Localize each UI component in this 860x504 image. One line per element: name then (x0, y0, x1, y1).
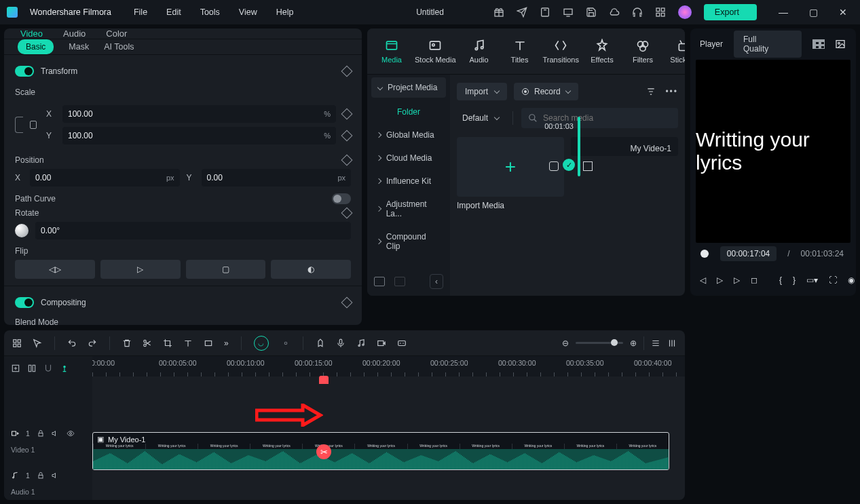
crop-icon[interactable] (163, 338, 172, 348)
fullscreen-preview-button[interactable]: ⛶ (829, 274, 837, 286)
device-icon[interactable] (540, 7, 550, 18)
rotate-input[interactable] (35, 222, 351, 239)
subtab-mask[interactable]: Mask (69, 42, 89, 52)
layout-grid-icon[interactable] (812, 39, 825, 49)
menu-help[interactable]: Help (276, 7, 294, 17)
sidebar-global-media[interactable]: Global Media (367, 123, 450, 147)
position-y-input[interactable]: px (202, 169, 352, 187)
menu-tools[interactable]: Tools (200, 7, 220, 17)
sidebar-adjustment-layer[interactable]: Adjustment La... (367, 193, 450, 225)
path-curve-toggle[interactable] (332, 193, 351, 204)
more-icon[interactable]: ••• (665, 87, 678, 96)
sort-dropdown[interactable]: Default (457, 109, 504, 127)
tab-audio-props[interactable]: Audio (63, 28, 86, 39)
snapshot-button[interactable]: ◉ (848, 274, 855, 286)
screen-icon[interactable] (563, 7, 574, 18)
tab-effects[interactable]: Effects (583, 36, 621, 66)
flip-vertical-button[interactable]: ▷ (100, 260, 181, 279)
scale-x-input[interactable]: % (62, 105, 336, 123)
close-button[interactable]: ✕ (833, 7, 853, 18)
tab-transitions[interactable]: Transitions (542, 36, 580, 66)
split-handle-icon[interactable]: ✂ (316, 444, 331, 459)
filter-icon[interactable] (646, 87, 656, 96)
keyframe-icon[interactable] (341, 297, 353, 309)
save-icon[interactable] (586, 7, 597, 18)
new-folder-icon[interactable] (374, 277, 385, 286)
speed-icon[interactable] (204, 338, 213, 348)
menu-view[interactable]: View (239, 7, 257, 17)
menu-edit[interactable]: Edit (166, 7, 181, 17)
video-preview[interactable]: Writting your lyrics (696, 60, 850, 243)
export-button[interactable]: Export (704, 4, 757, 20)
music-icon[interactable] (356, 338, 366, 348)
prev-frame-button[interactable]: ◁ (700, 274, 706, 286)
sidebar-folder[interactable]: Folder (367, 100, 450, 123)
menu-file[interactable]: File (134, 7, 147, 17)
time-ruler[interactable]: 0:00:0000:00:05:0000:00:10:0000:00:15:00… (92, 356, 685, 376)
sidebar-project-media[interactable]: Project Media (371, 77, 446, 98)
scale-y-input[interactable]: % (62, 127, 336, 144)
timeline-clip[interactable]: ▣My Video-1 Writting your lyricsWritting… (92, 432, 669, 470)
keyframe-icon[interactable] (341, 155, 353, 166)
ai-icon[interactable]: ◡ (254, 336, 269, 351)
fill-button[interactable]: ◐ (271, 260, 351, 279)
tab-color-props[interactable]: Color (106, 28, 127, 39)
zoom-out-button[interactable]: ⊖ (562, 338, 569, 348)
mic-icon[interactable] (336, 338, 345, 348)
sidebar-cloud-media[interactable]: Cloud Media (367, 147, 450, 170)
zoom-slider[interactable] (576, 342, 623, 344)
search-input[interactable] (543, 113, 671, 123)
record-dropdown[interactable]: Record (514, 83, 578, 100)
grid-icon[interactable] (655, 7, 666, 18)
play-button[interactable]: ▷ (734, 274, 740, 286)
redo-icon[interactable] (88, 338, 97, 348)
timeline-tracks[interactable]: 0:00:0000:00:05:0000:00:10:0000:00:15:00… (92, 356, 685, 500)
lock-icon[interactable] (30, 121, 37, 129)
sparkle-icon[interactable] (281, 338, 291, 348)
send-icon[interactable] (517, 7, 527, 18)
image-icon[interactable] (834, 39, 846, 50)
sidebar-influence-kit[interactable]: Influence Kit (367, 170, 450, 193)
lock-icon[interactable] (37, 471, 45, 480)
split-icon[interactable] (143, 338, 152, 348)
marker-icon[interactable] (316, 338, 325, 348)
add-track-icon[interactable] (11, 364, 20, 373)
keyframe-icon[interactable] (341, 109, 353, 120)
more-tools-icon[interactable]: » (224, 338, 229, 348)
lock-icon[interactable] (37, 429, 45, 438)
mute-icon[interactable] (52, 429, 60, 438)
tab-stickers[interactable]: Stickers (665, 36, 685, 66)
tab-titles[interactable]: Titles (501, 36, 539, 66)
seek-bar[interactable] (703, 252, 709, 255)
layout-icon[interactable] (12, 338, 22, 348)
tab-video-props[interactable]: Video (20, 28, 43, 39)
mute-icon[interactable] (52, 471, 60, 480)
cursor-icon[interactable] (33, 338, 42, 348)
clip-thumbnail[interactable]: 00:01:03 ✓ My Video-1 (571, 137, 678, 156)
tab-media[interactable]: Media (373, 36, 411, 66)
video-track-header[interactable]: 1 (4, 425, 92, 442)
sidebar-compound-clip[interactable]: Compound Clip (367, 225, 450, 258)
quality-dropdown[interactable]: Full Quality (734, 31, 802, 58)
rotate-dial[interactable] (15, 224, 29, 237)
stop-button[interactable]: ◻ (751, 274, 758, 286)
play-reverse-button[interactable]: ▷ (717, 274, 723, 286)
mark-out-button[interactable]: } (793, 274, 796, 286)
audio-track-header[interactable]: 1 (4, 467, 92, 484)
timeline-settings-icon[interactable] (651, 338, 660, 348)
compositing-toggle[interactable] (15, 297, 34, 308)
tab-filters[interactable]: Filters (624, 36, 662, 66)
new-bin-icon[interactable] (394, 277, 405, 286)
delete-icon[interactable] (122, 338, 132, 348)
keyframe-icon[interactable] (341, 208, 353, 219)
transform-toggle[interactable] (15, 66, 34, 77)
maximize-button[interactable]: ▢ (803, 7, 823, 18)
visibility-icon[interactable] (67, 429, 75, 438)
auto-icon[interactable] (60, 364, 69, 373)
collapse-sidebar-button[interactable]: ‹ (430, 274, 443, 289)
keyframe-icon[interactable] (341, 66, 353, 77)
record-screen-icon[interactable] (377, 338, 386, 348)
aspect-dropdown[interactable]: ▭▾ (806, 274, 818, 286)
import-media-tile[interactable]: + Import Media (457, 137, 564, 210)
mark-in-button[interactable]: { (779, 274, 782, 286)
